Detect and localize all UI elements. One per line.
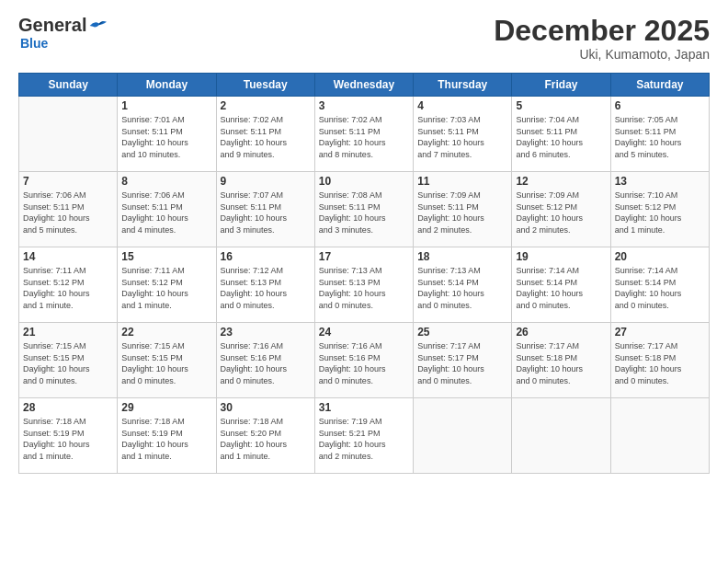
month-title: December 2025 — [494, 15, 710, 47]
day-number: 16 — [221, 250, 311, 263]
day-info: Sunrise: 7:17 AM Sunset: 5:17 PM Dayligh… — [417, 340, 507, 386]
day-number: 24 — [319, 326, 409, 339]
day-number: 12 — [516, 175, 606, 188]
logo-text: General — [18, 15, 107, 36]
calendar-cell: 8Sunrise: 7:06 AM Sunset: 5:11 PM Daylig… — [118, 172, 216, 247]
calendar-header-row: SundayMondayTuesdayWednesdayThursdayFrid… — [19, 74, 710, 97]
day-info: Sunrise: 7:18 AM Sunset: 5:20 PM Dayligh… — [221, 416, 311, 462]
day-info: Sunrise: 7:10 AM Sunset: 5:12 PM Dayligh… — [615, 190, 705, 236]
calendar-header-saturday: Saturday — [610, 74, 709, 97]
calendar-cell: 19Sunrise: 7:14 AM Sunset: 5:14 PM Dayli… — [512, 247, 610, 323]
calendar-cell: 2Sunrise: 7:02 AM Sunset: 5:11 PM Daylig… — [216, 97, 314, 172]
logo-blue-text: Blue — [20, 36, 48, 51]
calendar-cell: 10Sunrise: 7:08 AM Sunset: 5:11 PM Dayli… — [314, 172, 413, 247]
logo-bird-icon — [88, 18, 107, 33]
calendar-cell: 6Sunrise: 7:05 AM Sunset: 5:11 PM Daylig… — [610, 97, 709, 172]
calendar-cell: 12Sunrise: 7:09 AM Sunset: 5:12 PM Dayli… — [512, 172, 610, 247]
day-info: Sunrise: 7:19 AM Sunset: 5:21 PM Dayligh… — [319, 416, 409, 462]
calendar-week-row: 21Sunrise: 7:15 AM Sunset: 5:15 PM Dayli… — [19, 323, 710, 398]
calendar-cell: 4Sunrise: 7:03 AM Sunset: 5:11 PM Daylig… — [414, 97, 512, 172]
calendar-cell: 20Sunrise: 7:14 AM Sunset: 5:14 PM Dayli… — [610, 247, 709, 323]
calendar-cell: 23Sunrise: 7:16 AM Sunset: 5:16 PM Dayli… — [216, 323, 314, 398]
day-info: Sunrise: 7:18 AM Sunset: 5:19 PM Dayligh… — [23, 416, 113, 462]
day-info: Sunrise: 7:06 AM Sunset: 5:11 PM Dayligh… — [23, 190, 113, 236]
day-number: 30 — [221, 401, 311, 414]
calendar-cell: 21Sunrise: 7:15 AM Sunset: 5:15 PM Dayli… — [19, 323, 118, 398]
day-number: 19 — [516, 250, 606, 263]
day-info: Sunrise: 7:17 AM Sunset: 5:18 PM Dayligh… — [516, 340, 606, 386]
title-block: December 2025 Uki, Kumamoto, Japan — [494, 15, 710, 62]
calendar-cell: 1Sunrise: 7:01 AM Sunset: 5:11 PM Daylig… — [118, 97, 216, 172]
day-number: 10 — [319, 175, 409, 188]
day-info: Sunrise: 7:04 AM Sunset: 5:11 PM Dayligh… — [516, 114, 606, 160]
day-info: Sunrise: 7:05 AM Sunset: 5:11 PM Dayligh… — [615, 114, 705, 160]
calendar-cell: 16Sunrise: 7:12 AM Sunset: 5:13 PM Dayli… — [216, 247, 314, 323]
calendar-cell: 27Sunrise: 7:17 AM Sunset: 5:18 PM Dayli… — [610, 323, 709, 398]
day-info: Sunrise: 7:07 AM Sunset: 5:11 PM Dayligh… — [221, 190, 311, 236]
day-info: Sunrise: 7:14 AM Sunset: 5:14 PM Dayligh… — [516, 265, 606, 311]
calendar-cell: 26Sunrise: 7:17 AM Sunset: 5:18 PM Dayli… — [512, 323, 610, 398]
day-number: 20 — [615, 250, 705, 263]
day-info: Sunrise: 7:15 AM Sunset: 5:15 PM Dayligh… — [121, 340, 211, 386]
calendar-cell: 7Sunrise: 7:06 AM Sunset: 5:11 PM Daylig… — [19, 172, 118, 247]
logo: General Blue — [18, 15, 107, 51]
calendar-header-wednesday: Wednesday — [314, 74, 413, 97]
calendar: SundayMondayTuesdayWednesdayThursdayFrid… — [18, 73, 710, 474]
calendar-cell — [610, 398, 709, 474]
day-number: 6 — [615, 99, 705, 112]
day-number: 27 — [615, 326, 705, 339]
calendar-cell: 28Sunrise: 7:18 AM Sunset: 5:19 PM Dayli… — [19, 398, 118, 474]
calendar-cell: 11Sunrise: 7:09 AM Sunset: 5:11 PM Dayli… — [414, 172, 512, 247]
calendar-cell: 31Sunrise: 7:19 AM Sunset: 5:21 PM Dayli… — [314, 398, 413, 474]
day-info: Sunrise: 7:11 AM Sunset: 5:12 PM Dayligh… — [121, 265, 211, 311]
calendar-cell: 30Sunrise: 7:18 AM Sunset: 5:20 PM Dayli… — [216, 398, 314, 474]
day-info: Sunrise: 7:12 AM Sunset: 5:13 PM Dayligh… — [221, 265, 311, 311]
day-info: Sunrise: 7:09 AM Sunset: 5:12 PM Dayligh… — [516, 190, 606, 236]
calendar-cell: 15Sunrise: 7:11 AM Sunset: 5:12 PM Dayli… — [118, 247, 216, 323]
day-number: 11 — [417, 175, 507, 188]
day-info: Sunrise: 7:14 AM Sunset: 5:14 PM Dayligh… — [615, 265, 705, 311]
location: Uki, Kumamoto, Japan — [494, 47, 710, 62]
day-info: Sunrise: 7:17 AM Sunset: 5:18 PM Dayligh… — [615, 340, 705, 386]
day-info: Sunrise: 7:08 AM Sunset: 5:11 PM Dayligh… — [319, 190, 409, 236]
day-number: 31 — [319, 401, 409, 414]
day-number: 21 — [23, 326, 113, 339]
calendar-week-row: 14Sunrise: 7:11 AM Sunset: 5:12 PM Dayli… — [19, 247, 710, 323]
calendar-header-tuesday: Tuesday — [216, 74, 314, 97]
calendar-header-thursday: Thursday — [414, 74, 512, 97]
day-number: 4 — [417, 99, 507, 112]
day-info: Sunrise: 7:13 AM Sunset: 5:13 PM Dayligh… — [319, 265, 409, 311]
day-info: Sunrise: 7:09 AM Sunset: 5:11 PM Dayligh… — [417, 190, 507, 236]
day-number: 26 — [516, 326, 606, 339]
day-number: 17 — [319, 250, 409, 263]
day-info: Sunrise: 7:18 AM Sunset: 5:19 PM Dayligh… — [121, 416, 211, 462]
day-info: Sunrise: 7:13 AM Sunset: 5:14 PM Dayligh… — [417, 265, 507, 311]
calendar-cell — [512, 398, 610, 474]
calendar-header-monday: Monday — [118, 74, 216, 97]
calendar-week-row: 7Sunrise: 7:06 AM Sunset: 5:11 PM Daylig… — [19, 172, 710, 247]
header: General Blue December 2025 Uki, Kumamoto… — [18, 15, 710, 62]
calendar-cell: 5Sunrise: 7:04 AM Sunset: 5:11 PM Daylig… — [512, 97, 610, 172]
day-number: 13 — [615, 175, 705, 188]
day-number: 7 — [23, 175, 113, 188]
day-number: 18 — [417, 250, 507, 263]
calendar-cell: 3Sunrise: 7:02 AM Sunset: 5:11 PM Daylig… — [314, 97, 413, 172]
page: General Blue December 2025 Uki, Kumamoto… — [0, 0, 728, 563]
calendar-cell: 29Sunrise: 7:18 AM Sunset: 5:19 PM Dayli… — [118, 398, 216, 474]
day-info: Sunrise: 7:15 AM Sunset: 5:15 PM Dayligh… — [23, 340, 113, 386]
calendar-cell: 9Sunrise: 7:07 AM Sunset: 5:11 PM Daylig… — [216, 172, 314, 247]
day-info: Sunrise: 7:11 AM Sunset: 5:12 PM Dayligh… — [23, 265, 113, 311]
calendar-cell: 17Sunrise: 7:13 AM Sunset: 5:13 PM Dayli… — [314, 247, 413, 323]
day-info: Sunrise: 7:03 AM Sunset: 5:11 PM Dayligh… — [417, 114, 507, 160]
day-info: Sunrise: 7:16 AM Sunset: 5:16 PM Dayligh… — [221, 340, 311, 386]
calendar-cell: 18Sunrise: 7:13 AM Sunset: 5:14 PM Dayli… — [414, 247, 512, 323]
day-info: Sunrise: 7:02 AM Sunset: 5:11 PM Dayligh… — [221, 114, 311, 160]
calendar-cell — [19, 97, 118, 172]
calendar-week-row: 1Sunrise: 7:01 AM Sunset: 5:11 PM Daylig… — [19, 97, 710, 172]
day-info: Sunrise: 7:02 AM Sunset: 5:11 PM Dayligh… — [319, 114, 409, 160]
day-info: Sunrise: 7:06 AM Sunset: 5:11 PM Dayligh… — [121, 190, 211, 236]
logo-general-text: General — [18, 15, 86, 36]
day-number: 14 — [23, 250, 113, 263]
day-info: Sunrise: 7:16 AM Sunset: 5:16 PM Dayligh… — [319, 340, 409, 386]
day-number: 1 — [121, 99, 211, 112]
